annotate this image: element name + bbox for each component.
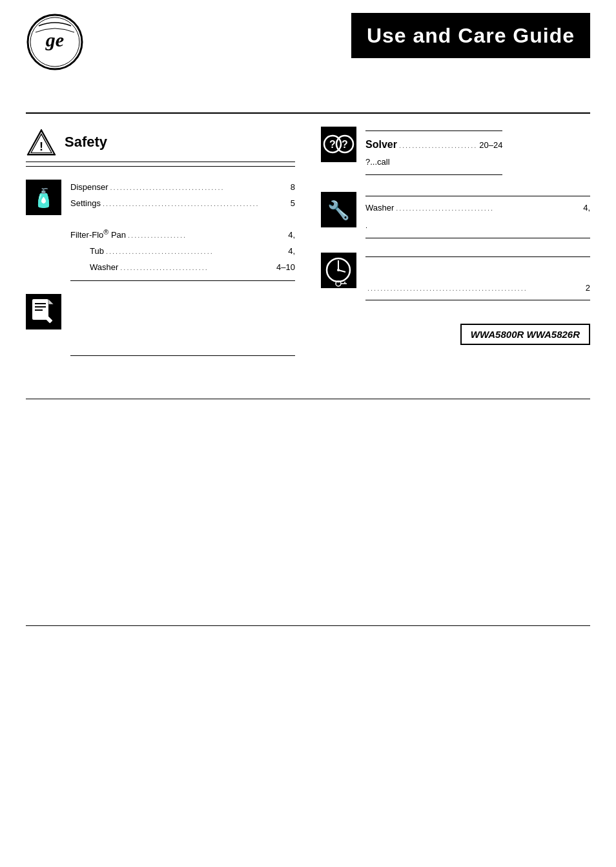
- installation-section: ........................................…: [321, 253, 590, 305]
- notes-rule: [70, 355, 295, 356]
- tub-dots: .................................: [106, 245, 286, 258]
- svg-text:ge: ge: [45, 29, 64, 50]
- top-divider: [26, 112, 590, 114]
- svg-text:🔧: 🔧: [327, 200, 350, 221]
- solver-bottom-rule: [365, 174, 502, 175]
- dispenser-label: Dispenser: [70, 180, 108, 196]
- svg-rect-14: [35, 309, 43, 311]
- svg-rect-13: [35, 306, 46, 308]
- svg-rect-12: [35, 303, 46, 304]
- right-column: ? ? Solver ........................ 20–2…: [321, 127, 590, 360]
- warning-triangle-icon: !: [26, 127, 57, 158]
- washer-page-right: 4,: [583, 200, 590, 216]
- cleaning-bottom-rule: [365, 238, 590, 238]
- solver-dots: ........................: [399, 139, 477, 152]
- solver-text-block: Solver ........................ 20–24 ?.…: [365, 127, 502, 179]
- installation-dots: ........................................…: [367, 282, 584, 295]
- main-content: ! Safety 🧴 Dispense: [26, 127, 590, 360]
- filterflo-section: Filter-Flo® Pan .................. 4, Tu…: [26, 225, 295, 281]
- ge-logo: ge: [26, 13, 84, 74]
- installation-toc: ........................................…: [365, 253, 590, 305]
- page: ge Use and Care Guide: [0, 0, 616, 867]
- solver-header-row: ? ? Solver ........................ 20–2…: [321, 127, 590, 179]
- settings-label: Settings: [70, 196, 101, 212]
- svg-text:?: ?: [342, 139, 348, 150]
- notes-section: [26, 294, 295, 329]
- installation-top-rule: [365, 256, 590, 257]
- svg-rect-17: [321, 127, 356, 162]
- washer-entry-right: Washer .............................. 4,: [365, 200, 590, 216]
- title-box: Use and Care Guide: [351, 13, 590, 58]
- bottom-divider2: [26, 625, 590, 626]
- safety-title: Safety: [65, 134, 107, 151]
- solver-icon: ? ?: [321, 127, 356, 162]
- settings-entry: Settings ...............................…: [70, 196, 295, 212]
- cleaning-top-rule: [365, 196, 590, 196]
- tub-entry: Tub ................................. 4,: [70, 244, 295, 260]
- tub-page: 4,: [288, 244, 295, 260]
- notes-icon: [26, 294, 61, 329]
- model-number-text: WWA5800R WWA5826R: [471, 329, 580, 340]
- left-column: ! Safety 🧴 Dispense: [26, 127, 295, 360]
- solver-pages: 20–24: [479, 138, 502, 154]
- washer-dots-left: ...........................: [120, 261, 274, 275]
- svg-text:?: ?: [329, 139, 336, 150]
- washer-label-right: Washer: [365, 200, 394, 216]
- svg-text:!: !: [39, 140, 43, 153]
- solver-top-rule: [365, 131, 502, 131]
- filterflo-entry: Filter-Flo® Pan .................. 4,: [70, 225, 295, 244]
- washer-dots-right: ..............................: [396, 202, 581, 215]
- dispenser-section: 🧴 Dispenser ............................…: [26, 180, 295, 215]
- washer-entry-left: Washer ........................... 4–10: [70, 260, 295, 276]
- dispenser-dots: ...................................: [110, 181, 289, 194]
- header: ge Use and Care Guide: [26, 13, 590, 74]
- cleaning-toc: Washer .............................. 4,…: [365, 192, 590, 242]
- installation-bottom-rule: [365, 300, 590, 300]
- installation-entry: ........................................…: [365, 280, 590, 297]
- safety-header: ! Safety: [26, 127, 295, 158]
- model-number-area: WWA5800R WWA5826R: [321, 317, 590, 345]
- safety-section: ! Safety: [26, 127, 295, 167]
- filterflo-rule: [70, 280, 295, 281]
- cleaning-icon: 🔧: [321, 192, 356, 227]
- washer-page-left: 4–10: [276, 260, 295, 276]
- solver-subcall: ?...call: [365, 154, 502, 171]
- dispenser-toc: Dispenser ..............................…: [70, 180, 295, 211]
- washer-label-left: Washer: [90, 260, 118, 276]
- solver-section: ? ? Solver ........................ 20–2…: [321, 127, 590, 179]
- filterflo-page: 4,: [288, 227, 295, 244]
- bottom-divider1: [26, 399, 590, 399]
- solver-entry: Solver ........................ 20–24: [365, 135, 502, 154]
- detergent-icon: 🧴: [26, 180, 61, 215]
- dispenser-entry: Dispenser ..............................…: [70, 180, 295, 196]
- filterflo-label: Filter-Flo® Pan: [70, 225, 126, 244]
- settings-dots: ........................................…: [103, 197, 289, 211]
- title-text: Use and Care Guide: [367, 24, 575, 48]
- installation-icon: [321, 253, 356, 288]
- safety-rule: [26, 162, 295, 162]
- safety-rule2: [26, 166, 295, 167]
- cleaning-note: .: [365, 219, 590, 233]
- model-number-box: WWA5800R WWA5826R: [460, 324, 590, 345]
- cleaning-section: 🔧 Washer .............................. …: [321, 192, 590, 242]
- svg-text:🧴: 🧴: [32, 187, 55, 209]
- filterflo-dots: ..................: [128, 229, 286, 242]
- installation-page: 2: [586, 280, 590, 297]
- dispenser-page: 8: [291, 180, 295, 196]
- settings-page: 5: [291, 196, 295, 212]
- solver-label: Solver: [365, 135, 397, 154]
- tub-label: Tub: [90, 244, 104, 260]
